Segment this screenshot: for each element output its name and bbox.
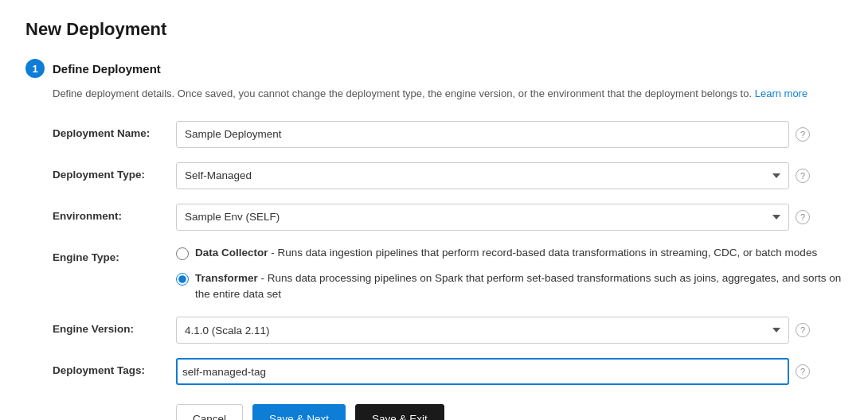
engine-version-help-icon[interactable]: ? <box>796 323 810 337</box>
data-collector-label: Data Collector - Runs data ingestion pip… <box>195 245 817 261</box>
transformer-radio[interactable] <box>176 273 189 286</box>
deployment-name-label: Deployment Name: <box>53 121 176 139</box>
engine-type-radio-group: Data Collector - Runs data ingestion pip… <box>176 245 843 303</box>
page-title: New Deployment <box>25 19 843 40</box>
engine-version-control: 4.1.0 (Scala 2.11) 4.0.0 (Scala 2.11) 3.… <box>176 317 843 344</box>
step-header: 1 Define Deployment <box>25 59 843 78</box>
save-exit-button[interactable]: Save & Exit <box>355 404 444 420</box>
save-next-button[interactable]: Save & Next <box>252 404 346 420</box>
deployment-type-select[interactable]: Self-Managed Managed <box>176 162 789 189</box>
step-description: Define deployment details. Once saved, y… <box>25 86 843 102</box>
data-collector-radio[interactable] <box>176 247 189 260</box>
engine-type-group: Engine Type: Data Collector - Runs data … <box>25 245 843 303</box>
deployment-type-group: Deployment Type: Self-Managed Managed ? <box>25 162 843 189</box>
deployment-tags-help-icon[interactable]: ? <box>796 364 810 379</box>
deployment-name-group: Deployment Name: ? <box>25 121 843 148</box>
deployment-type-control: Self-Managed Managed ? <box>176 162 843 189</box>
data-collector-option: Data Collector - Runs data ingestion pip… <box>176 245 843 261</box>
transformer-label: Transformer - Runs data processing pipel… <box>195 270 843 303</box>
deployment-name-help-icon[interactable]: ? <box>796 127 810 142</box>
engine-version-group: Engine Version: 4.1.0 (Scala 2.11) 4.0.0… <box>25 317 843 344</box>
engine-type-label: Engine Type: <box>53 245 176 263</box>
deployment-name-input[interactable] <box>176 121 789 148</box>
learn-more-link[interactable]: Learn more <box>755 88 807 99</box>
transformer-option: Transformer - Runs data processing pipel… <box>176 270 843 303</box>
environment-select[interactable]: Sample Env (SELF) <box>176 204 789 231</box>
deployment-tags-group: Deployment Tags: ? <box>25 358 843 385</box>
engine-version-select[interactable]: 4.1.0 (Scala 2.11) 4.0.0 (Scala 2.11) 3.… <box>176 317 789 344</box>
step-badge: 1 <box>25 59 45 78</box>
tags-input-wrap[interactable] <box>176 358 789 385</box>
tags-input[interactable] <box>182 366 783 378</box>
environment-label: Environment: <box>53 204 176 222</box>
environment-control: Sample Env (SELF) ? <box>176 204 843 231</box>
engine-type-control: Data Collector - Runs data ingestion pip… <box>176 245 843 303</box>
deployment-type-label: Deployment Type: <box>53 162 176 181</box>
form-actions: Cancel Save & Next Save & Exit <box>25 404 843 420</box>
engine-version-label: Engine Version: <box>53 317 176 335</box>
deployment-type-help-icon[interactable]: ? <box>796 169 810 183</box>
environment-group: Environment: Sample Env (SELF) ? <box>25 204 843 231</box>
deployment-name-control: ? <box>176 121 843 148</box>
step-title: Define Deployment <box>53 62 161 76</box>
environment-help-icon[interactable]: ? <box>796 210 810 224</box>
cancel-button[interactable]: Cancel <box>176 404 243 420</box>
deployment-tags-control: ? <box>176 358 843 385</box>
deployment-tags-label: Deployment Tags: <box>53 358 176 376</box>
